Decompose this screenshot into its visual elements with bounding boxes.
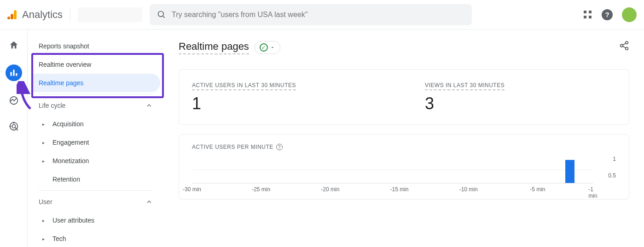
- app-header: Analytics ?: [0, 0, 644, 29]
- x-tick: -15 min: [390, 186, 409, 193]
- nav-group-label: User: [39, 198, 52, 206]
- svg-point-17: [626, 47, 628, 50]
- x-tick: -5 min: [530, 186, 545, 193]
- nav-monetization[interactable]: ▸Monetization: [31, 152, 160, 170]
- svg-rect-11: [16, 73, 17, 76]
- nav-sub-label: Engagement: [52, 139, 89, 146]
- x-tick: -20 min: [321, 186, 339, 193]
- nav-acquisition[interactable]: ▸Acquisition: [31, 115, 160, 133]
- stat-label: ACTIVE USERS IN LAST 30 MINUTES: [192, 82, 296, 90]
- nav-rail: [0, 29, 28, 247]
- check-circle-icon: ✓: [260, 43, 268, 52]
- caret-right-icon: ▸: [42, 122, 47, 127]
- x-tick: -25 min: [252, 186, 270, 193]
- header-right: ?: [583, 7, 637, 22]
- stats-card: ACTIVE USERS IN LAST 30 MINUTES 1 VIEWS …: [179, 69, 629, 125]
- rail-advertising-icon[interactable]: [7, 120, 20, 133]
- x-tick: -30 min: [183, 186, 201, 193]
- status-pill[interactable]: ✓: [255, 41, 280, 54]
- stat-active-users: ACTIVE USERS IN LAST 30 MINUTES 1: [192, 81, 296, 113]
- caret-right-icon: ▸: [42, 140, 47, 145]
- nav-sub-label: Tech: [52, 235, 66, 242]
- caret-right-icon: ▸: [42, 236, 47, 241]
- nav-sub-label: Retention: [52, 176, 80, 183]
- stat-value: 3: [425, 94, 505, 113]
- x-tick: -1 min: [588, 186, 597, 199]
- nav-group-life-cycle[interactable]: Life cycle: [31, 96, 160, 115]
- rail-home-icon[interactable]: [7, 39, 20, 52]
- chevron-up-icon: [145, 102, 153, 109]
- nav-tech[interactable]: ▸Tech: [31, 229, 160, 247]
- sidebar-divider: [39, 94, 153, 94]
- header-divider: [70, 8, 70, 21]
- svg-rect-6: [589, 11, 592, 13]
- nav-user-attributes[interactable]: ▸User attributes: [31, 211, 160, 229]
- nav-sub-label: User attributes: [52, 217, 94, 224]
- chart-area: 1 0.5: [192, 156, 616, 183]
- svg-rect-5: [584, 11, 586, 13]
- stat-label: VIEWS IN LAST 30 MINUTES: [425, 82, 505, 90]
- y-tick: 1: [613, 156, 616, 162]
- apps-grid-icon[interactable]: [583, 10, 592, 19]
- chevron-down-icon: [270, 45, 275, 50]
- svg-line-18: [623, 43, 626, 45]
- help-tooltip-icon[interactable]: ?: [276, 144, 283, 150]
- svg-point-15: [626, 41, 628, 44]
- analytics-logo-icon: [7, 9, 18, 20]
- search-box[interactable]: [150, 4, 472, 25]
- page-header: Realtime pages ✓: [179, 41, 629, 54]
- sidebar-divider: [39, 190, 153, 191]
- chart-x-axis-inner: -30 min-25 min-20 min-15 min-10 min-5 mi…: [192, 186, 593, 194]
- chart-x-axis: -30 min-25 min-20 min-15 min-10 min-5 mi…: [192, 186, 616, 194]
- svg-rect-8: [589, 16, 592, 18]
- svg-point-2: [7, 17, 10, 19]
- share-button[interactable]: [619, 41, 629, 53]
- chart-header: ACTIVE USERS PER MINUTE ?: [192, 144, 616, 150]
- caret-right-icon: ▸: [42, 218, 47, 223]
- svg-rect-0: [14, 10, 17, 19]
- reports-sidebar: Reports snapshot Realtime overview Realt…: [28, 29, 164, 247]
- svg-rect-9: [10, 72, 12, 76]
- svg-point-16: [621, 44, 623, 47]
- svg-rect-1: [11, 14, 13, 19]
- search-input[interactable]: [172, 11, 464, 19]
- chart-plot: [192, 156, 593, 183]
- logo-area: Analytics: [7, 9, 63, 21]
- chart-title: ACTIVE USERS PER MINUTE: [192, 144, 273, 150]
- user-avatar[interactable]: [622, 7, 637, 22]
- chevron-up-icon: [145, 198, 153, 206]
- y-tick: 0.5: [608, 172, 616, 179]
- svg-point-3: [158, 11, 164, 17]
- nav-group-label: Life cycle: [39, 102, 65, 109]
- help-icon[interactable]: ?: [602, 9, 613, 20]
- chart-bar: [565, 160, 574, 183]
- share-icon: [619, 41, 629, 51]
- svg-rect-10: [13, 70, 14, 76]
- nav-realtime-pages[interactable]: Realtime pages: [31, 74, 160, 92]
- svg-line-4: [163, 16, 165, 18]
- rail-explore-icon[interactable]: [7, 94, 20, 107]
- nav-retention[interactable]: Retention: [31, 170, 160, 188]
- svg-point-14: [12, 124, 15, 128]
- chart-card: ACTIVE USERS PER MINUTE ? 1 0.5 -30 min-…: [179, 134, 629, 200]
- nav-sub-label: Monetization: [52, 157, 89, 165]
- stat-views: VIEWS IN LAST 30 MINUTES 3: [425, 81, 505, 113]
- svg-rect-7: [584, 16, 586, 18]
- nav-reports-snapshot[interactable]: Reports snapshot: [31, 37, 160, 55]
- property-selector[interactable]: [78, 7, 142, 22]
- nav-engagement[interactable]: ▸Engagement: [31, 133, 160, 152]
- stat-value: 1: [192, 94, 296, 113]
- search-icon: [157, 10, 166, 19]
- caret-right-icon: ▸: [42, 159, 47, 164]
- page-title: Realtime pages: [179, 41, 249, 54]
- nav-sub-label: Acquisition: [52, 120, 84, 128]
- nav-realtime-overview[interactable]: Realtime overview: [31, 55, 160, 74]
- rail-reports-icon[interactable]: [6, 65, 22, 81]
- main-content: Realtime pages ✓ ACTIVE USERS IN LAST 30…: [164, 29, 644, 247]
- svg-line-19: [623, 46, 626, 48]
- x-tick: -10 min: [459, 186, 478, 193]
- chart-y-axis: 1 0.5: [593, 156, 616, 179]
- nav-group-user[interactable]: User: [31, 193, 160, 211]
- app-name: Analytics: [22, 9, 63, 21]
